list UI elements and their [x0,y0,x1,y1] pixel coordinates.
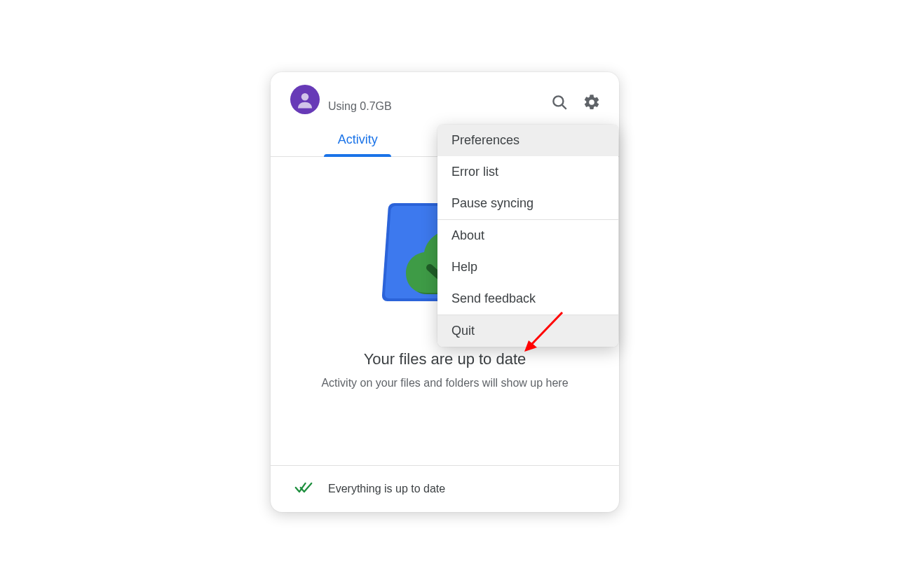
status-title: Your files are up to date [271,350,619,368]
person-icon [294,89,315,110]
settings-button[interactable] [581,92,602,113]
tab-activity-label: Activity [338,132,378,146]
search-icon [550,93,569,111]
menu-help-label: Help [451,260,477,274]
tab-activity[interactable]: Activity [271,123,445,156]
settings-menu: Preferences Error list Pause syncing Abo… [437,125,618,347]
svg-point-1 [553,96,563,106]
svg-point-0 [301,93,309,101]
menu-quit-label: Quit [451,324,475,338]
search-button[interactable] [549,92,570,113]
menu-send-feedback[interactable]: Send feedback [437,283,618,315]
menu-pause-syncing[interactable]: Pause syncing [437,188,618,219]
double-check-icon [294,480,313,498]
menu-preferences[interactable]: Preferences [437,125,618,156]
panel-footer: Everything is up to date [271,465,619,512]
menu-about[interactable]: About [437,220,618,251]
panel-header: Using 0.7GB [271,72,619,123]
menu-error-list[interactable]: Error list [437,156,618,188]
account-avatar[interactable] [290,85,320,114]
menu-about-label: About [451,228,484,242]
status-subtitle: Activity on your files and folders will … [271,377,619,389]
gear-icon [583,93,601,111]
menu-help[interactable]: Help [437,251,618,283]
menu-send-feedback-label: Send feedback [451,291,536,305]
footer-status-text: Everything is up to date [328,483,445,495]
menu-pause-syncing-label: Pause syncing [451,196,534,210]
menu-quit[interactable]: Quit [437,315,618,347]
menu-preferences-label: Preferences [451,133,519,147]
svg-line-2 [562,105,566,109]
storage-usage-text: Using 0.7GB [328,100,392,113]
menu-error-list-label: Error list [451,165,498,179]
